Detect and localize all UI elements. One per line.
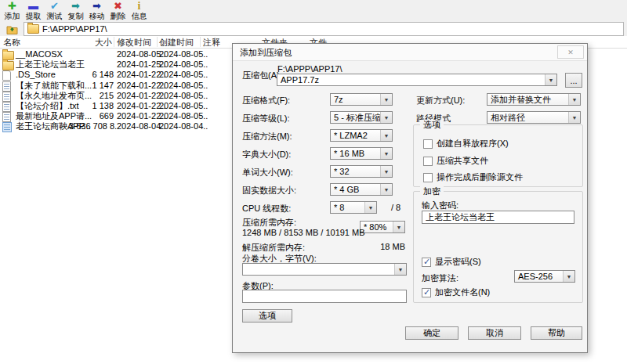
checkbox-icon bbox=[423, 139, 433, 149]
dictionary-value: * 16 MB bbox=[334, 149, 364, 158]
compress-shared-label: 压缩共享文件 bbox=[437, 155, 488, 167]
parameters-input[interactable] bbox=[242, 290, 407, 303]
file-created: 2024-08-05.. bbox=[159, 101, 208, 111]
options-button-label: 选项 bbox=[259, 310, 276, 322]
memory-usage-label: 压缩所需内存: bbox=[242, 217, 296, 229]
encrypt-filenames-checkbox[interactable]: 加密文件名(N) bbox=[422, 287, 490, 298]
cpu-threads-value: * 8 bbox=[334, 203, 344, 212]
memory-percent-value: * 80% bbox=[364, 222, 386, 232]
file-row[interactable]: 上老王论坛当老王 2024-01-25.. 2024-08-05.. bbox=[0, 59, 232, 70]
chevron-down-icon[interactable]: ▼ bbox=[545, 74, 556, 85]
file-row[interactable]: 【永久地址发布页... 215 2024-01-22.. 2024-08-05.… bbox=[0, 91, 232, 101]
word-size-label: 单词大小(W): bbox=[242, 167, 293, 178]
update-mode-value: 添加并替换文件 bbox=[491, 95, 551, 104]
create-sfx-checkbox[interactable]: 创建自释放程序(X) bbox=[423, 138, 509, 150]
file-created: 2024-08-05.. bbox=[159, 49, 208, 59]
help-button[interactable]: 帮助 bbox=[531, 326, 582, 340]
file-name: 上老王论坛当老王 bbox=[16, 59, 85, 70]
file-row[interactable]: __MACOSX 2024-08-05.. 2024-08-05.. bbox=[0, 49, 232, 59]
file-row[interactable]: 【来了就能下载和... 1 147 2024-01-22.. 2024-08-0… bbox=[0, 81, 232, 91]
chevron-down-icon[interactable]: ▼ bbox=[380, 184, 392, 195]
cpu-threads-combobox[interactable]: * 8 ▼ bbox=[330, 201, 377, 214]
file-row[interactable]: .DS_Store 6 148 2024-01-22.. 2024-08-05.… bbox=[0, 70, 232, 80]
compress-shared-checkbox[interactable]: 压缩共享文件 bbox=[423, 155, 488, 167]
archive-name-combobox[interactable]: APP17.7z ▼ bbox=[277, 74, 557, 86]
file-name: __MACOSX bbox=[16, 49, 63, 59]
file-size: 669 bbox=[69, 111, 114, 121]
chevron-down-icon[interactable]: ▼ bbox=[364, 202, 376, 213]
cancel-button-label: 取消 bbox=[486, 327, 503, 339]
file-created: 2024-08-05.. bbox=[159, 81, 208, 91]
level-label: 压缩等级(L): bbox=[242, 113, 290, 124]
method-label: 压缩方法(M): bbox=[242, 131, 292, 142]
encryption-group-title: 加密 bbox=[420, 186, 444, 196]
options-button[interactable]: 选项 bbox=[242, 309, 292, 323]
chevron-down-icon[interactable]: ▼ bbox=[380, 148, 392, 159]
file-size: 6 148 bbox=[69, 70, 114, 80]
format-label: 压缩格式(F): bbox=[242, 95, 290, 106]
delete-after-checkbox[interactable]: 操作完成后删除源文件 bbox=[423, 171, 523, 183]
file-row[interactable]: 老王论坛商鞅APP... 3 636 708 8.. 2024-08-04.. … bbox=[0, 121, 232, 132]
memory-percent-combobox[interactable]: * 80% ▼ bbox=[360, 221, 405, 233]
solid-block-value: * 4 GB bbox=[334, 185, 359, 194]
cpu-threads-max: / 8 bbox=[391, 203, 400, 212]
encryption-method-combobox[interactable]: AES-256 ▼ bbox=[514, 270, 575, 283]
file-size: 1 138 bbox=[69, 101, 114, 111]
create-sfx-label: 创建自释放程序(X) bbox=[437, 138, 509, 150]
chevron-down-icon[interactable]: ▼ bbox=[380, 94, 392, 105]
dialog-title-bar[interactable]: 添加到压缩包 ✕ bbox=[233, 44, 587, 61]
chevron-down-icon[interactable]: ▼ bbox=[563, 271, 574, 282]
file-created: 2024-08-05.. bbox=[159, 59, 208, 70]
options-group-title: 选项 bbox=[420, 120, 444, 129]
chevron-down-icon[interactable]: ▼ bbox=[380, 166, 392, 177]
file-created: 2024-08-04.. bbox=[159, 121, 208, 132]
chevron-down-icon[interactable]: ▼ bbox=[568, 112, 580, 123]
show-password-label: 显示密码(S) bbox=[435, 256, 481, 268]
format-combobox[interactable]: 7z ▼ bbox=[330, 93, 393, 106]
cpu-threads-label: CPU 线程数: bbox=[242, 203, 291, 214]
update-mode-combobox[interactable]: 添加并替换文件 ▼ bbox=[487, 93, 581, 106]
dictionary-label: 字典大小(D): bbox=[242, 149, 291, 160]
encrypt-filenames-label: 加密文件名(N) bbox=[435, 287, 490, 298]
method-combobox[interactable]: * LZMA2 ▼ bbox=[330, 129, 393, 142]
checkbox-icon bbox=[422, 288, 431, 297]
ok-button[interactable]: 确定 bbox=[405, 326, 458, 340]
password-label: 输入密码: bbox=[422, 200, 458, 211]
level-combobox[interactable]: 5 - 标准压缩 ▼ bbox=[330, 111, 393, 124]
chevron-down-icon[interactable]: ▼ bbox=[393, 222, 404, 232]
delete-after-label: 操作完成后删除源文件 bbox=[437, 171, 523, 183]
add-to-archive-dialog: 添加到压缩包 ✕ 压缩包(A): F:\APPP\APP17\ APP17.7z… bbox=[232, 43, 588, 353]
help-button-label: 帮助 bbox=[548, 327, 565, 339]
chevron-down-icon[interactable]: ▼ bbox=[394, 264, 406, 275]
archive-name-value: APP17.7z bbox=[281, 75, 319, 85]
encryption-method-value: AES-256 bbox=[518, 272, 553, 281]
chevron-down-icon[interactable]: ▼ bbox=[380, 112, 392, 123]
update-mode-label: 更新方式(U): bbox=[416, 95, 465, 106]
word-size-combobox[interactable]: * 32 ▼ bbox=[330, 165, 393, 178]
password-input[interactable] bbox=[422, 211, 574, 224]
solid-block-combobox[interactable]: * 4 GB ▼ bbox=[330, 183, 393, 196]
chevron-down-icon[interactable]: ▼ bbox=[380, 130, 392, 141]
checkbox-icon bbox=[423, 173, 433, 182]
file-row[interactable]: 【论坛介绍】.txt 1 138 2024-01-22.. 2024-08-05… bbox=[0, 101, 232, 111]
split-volume-combobox[interactable]: ▼ bbox=[242, 263, 407, 276]
file-size: 215 bbox=[69, 91, 114, 101]
show-password-checkbox[interactable]: 显示密码(S) bbox=[422, 256, 481, 268]
browse-button[interactable]: ... bbox=[565, 73, 582, 88]
checkbox-icon bbox=[422, 258, 431, 267]
file-size: 1 147 bbox=[69, 81, 114, 91]
chevron-down-icon[interactable]: ▼ bbox=[568, 94, 580, 105]
file-icon bbox=[2, 70, 11, 81]
format-value: 7z bbox=[334, 95, 343, 104]
close-icon: ✕ bbox=[567, 49, 574, 56]
file-row[interactable]: 最新地址及APP请... 669 2024-01-22.. 2024-08-05… bbox=[0, 111, 232, 121]
path-mode-combobox[interactable]: 相对路径 ▼ bbox=[487, 111, 581, 124]
browse-label: ... bbox=[570, 76, 577, 85]
checkbox-icon bbox=[423, 157, 433, 166]
close-button[interactable]: ✕ bbox=[557, 45, 584, 59]
encryption-method-label: 加密算法: bbox=[422, 272, 458, 284]
solid-block-label: 固实数据大小: bbox=[242, 185, 296, 196]
dictionary-combobox[interactable]: * 16 MB ▼ bbox=[330, 147, 393, 160]
cancel-button[interactable]: 取消 bbox=[468, 326, 521, 340]
path-mode-value: 相对路径 bbox=[491, 113, 525, 122]
